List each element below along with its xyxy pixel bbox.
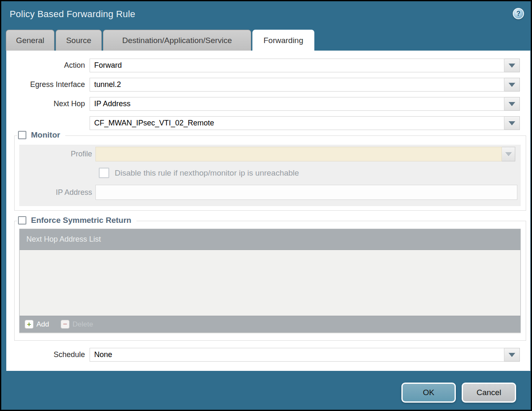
next-hop-address-list: Next Hop Address List + Add − Delete bbox=[19, 229, 521, 333]
chevron-down-icon bbox=[509, 102, 515, 106]
monitor-ip-address-row: IP Address bbox=[19, 185, 521, 200]
add-button[interactable]: + Add bbox=[25, 320, 49, 329]
action-field[interactable] bbox=[90, 59, 504, 72]
monitor-section: Monitor Profile Disable this rule if nex… bbox=[14, 135, 526, 211]
tab-forwarding[interactable]: Forwarding bbox=[252, 30, 314, 51]
ok-button[interactable]: OK bbox=[401, 383, 456, 403]
egress-interface-row: Egress Interface bbox=[6, 78, 530, 92]
add-button-label: Add bbox=[36, 320, 49, 329]
next-hop-type-field[interactable] bbox=[90, 97, 504, 111]
monitor-checkbox[interactable] bbox=[18, 131, 26, 139]
disable-rule-label: Disable this rule if nexthop/monitor ip … bbox=[115, 168, 299, 178]
dialog-footer: OK Cancel bbox=[1, 371, 531, 411]
minus-icon: − bbox=[61, 320, 69, 329]
pbf-rule-dialog: Policy Based Forwarding Rule ? General S… bbox=[0, 0, 532, 411]
tab-bar: General Source Destination/Application/S… bbox=[6, 30, 314, 51]
next-hop-row: Next Hop bbox=[6, 97, 530, 111]
delete-button-label: Delete bbox=[72, 320, 93, 329]
plus-icon: + bbox=[25, 320, 33, 329]
chevron-down-icon bbox=[509, 121, 515, 125]
schedule-field[interactable] bbox=[90, 348, 504, 362]
monitor-ip-address-label: IP Address bbox=[19, 188, 95, 197]
monitor-body: Profile Disable this rule if nexthop/mon… bbox=[19, 145, 521, 206]
action-label: Action bbox=[6, 61, 90, 70]
egress-interface-label: Egress Interface bbox=[6, 80, 90, 89]
schedule-row: Schedule bbox=[6, 348, 530, 362]
cancel-button[interactable]: Cancel bbox=[462, 383, 516, 403]
egress-interface-dropdown-button[interactable] bbox=[504, 78, 520, 92]
tab-general[interactable]: General bbox=[6, 30, 54, 51]
monitor-ip-address-field bbox=[95, 185, 517, 200]
next-hop-address-list-toolbar: + Add − Delete bbox=[20, 316, 520, 332]
profile-field bbox=[95, 147, 502, 161]
next-hop-address-list-body[interactable] bbox=[20, 250, 520, 316]
schedule-dropdown-button[interactable] bbox=[504, 348, 520, 362]
monitor-legend: Monitor bbox=[17, 130, 65, 140]
action-row: Action bbox=[6, 59, 530, 72]
egress-interface-field[interactable] bbox=[90, 78, 504, 92]
chevron-down-icon bbox=[509, 64, 515, 68]
next-hop-label: Next Hop bbox=[6, 100, 90, 108]
profile-row: Profile bbox=[19, 147, 521, 161]
dialog-title: Policy Based Forwarding Rule bbox=[10, 9, 135, 20]
enforce-symmetric-return-legend-label: Enforce Symmetric Return bbox=[31, 216, 131, 225]
schedule-label: Schedule bbox=[6, 350, 90, 359]
help-icon[interactable]: ? bbox=[513, 8, 524, 19]
enforce-symmetric-return-legend: Enforce Symmetric Return bbox=[17, 216, 136, 225]
tab-source[interactable]: Source bbox=[56, 30, 102, 51]
tab-destination-application-service[interactable]: Destination/Application/Service bbox=[103, 30, 251, 51]
disable-rule-row: Disable this rule if nexthop/monitor ip … bbox=[99, 168, 521, 178]
disable-rule-checkbox bbox=[99, 168, 109, 178]
next-hop-address-dropdown-button[interactable] bbox=[504, 116, 520, 130]
delete-button: − Delete bbox=[61, 320, 93, 329]
forwarding-tab-panel: Action Egress Interface Next Hop bbox=[6, 51, 530, 371]
next-hop-address-field[interactable] bbox=[90, 116, 504, 130]
chevron-down-icon bbox=[509, 83, 515, 87]
monitor-legend-label: Monitor bbox=[31, 130, 60, 140]
next-hop-address-list-header: Next Hop Address List bbox=[20, 229, 520, 250]
action-dropdown-button[interactable] bbox=[504, 59, 520, 72]
enforce-symmetric-return-section: Enforce Symmetric Return Next Hop Addres… bbox=[14, 221, 526, 341]
enforce-symmetric-return-checkbox[interactable] bbox=[18, 216, 26, 225]
next-hop-address-row bbox=[6, 116, 530, 130]
profile-dropdown-button bbox=[502, 147, 515, 161]
chevron-down-icon bbox=[509, 353, 515, 357]
title-bar: Policy Based Forwarding Rule ? bbox=[1, 1, 531, 28]
chevron-down-icon bbox=[505, 152, 512, 156]
profile-label: Profile bbox=[19, 150, 95, 158]
next-hop-type-dropdown-button[interactable] bbox=[504, 97, 520, 111]
